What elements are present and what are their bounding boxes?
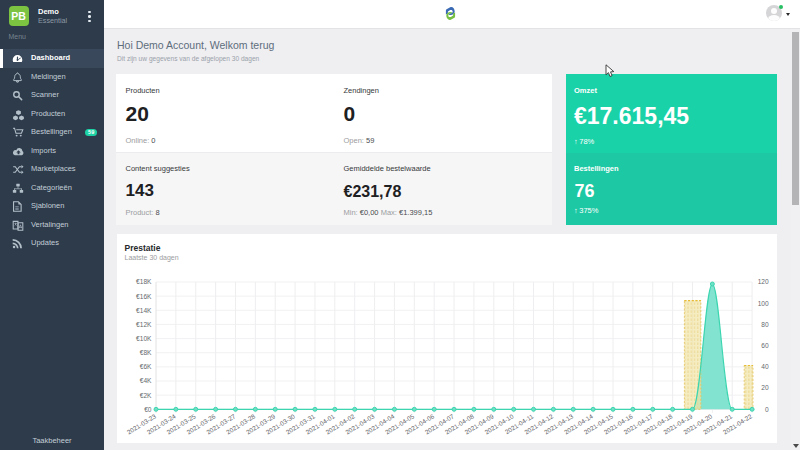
svg-text:€14K: €14K — [136, 307, 152, 314]
svg-text:€12K: €12K — [136, 321, 152, 328]
svg-text:120: 120 — [758, 278, 769, 285]
svg-text:80: 80 — [761, 321, 769, 328]
svg-text:60: 60 — [761, 342, 769, 349]
svg-text:€10K: €10K — [136, 335, 152, 342]
svg-text:€18K: €18K — [136, 278, 152, 285]
svg-text:€16K: €16K — [136, 293, 152, 300]
svg-text:20: 20 — [761, 384, 769, 391]
svg-text:€4K: €4K — [140, 377, 152, 384]
svg-text:0: 0 — [765, 406, 769, 413]
svg-text:€6K: €6K — [140, 363, 152, 370]
svg-text:€2K: €2K — [140, 392, 152, 399]
svg-text:100: 100 — [758, 300, 769, 307]
svg-text:€0: €0 — [144, 406, 152, 413]
svg-text:40: 40 — [761, 363, 769, 370]
svg-text:€8K: €8K — [140, 349, 152, 356]
